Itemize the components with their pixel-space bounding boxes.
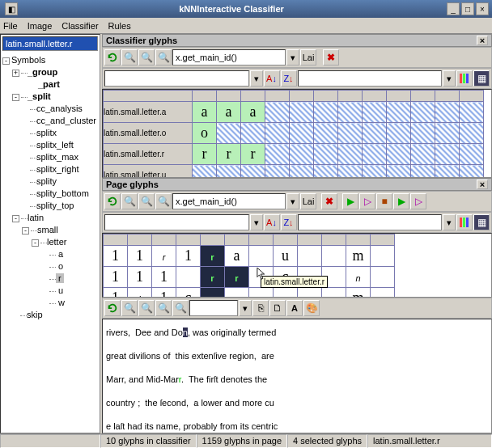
zoom-in-icon[interactable]: 🔍 (121, 300, 138, 316)
stop-icon[interactable]: ■ (376, 193, 392, 209)
close-button[interactable]: × (476, 2, 489, 15)
grid-icon[interactable]: ▦ (473, 70, 490, 87)
close-icon[interactable]: × (477, 180, 488, 189)
expr-dropdown[interactable]: ▾ (286, 49, 299, 66)
play-alt-icon[interactable]: ▷ (359, 193, 375, 209)
docview-toolbar: 🔍 🔍 🔍 🔍 ▾ ⎘ 🗋 A 🎨 (102, 298, 492, 319)
page-toolbar: 🔍 🔍 🔍 x.get_main_id() ▾ Lai ✖ ▶ ▷ ■ ▶ ▷ (102, 191, 492, 212)
minimize-button[interactable]: _ (447, 2, 460, 15)
zoom-fit-icon[interactable]: 🔍 (155, 300, 172, 316)
refresh-icon[interactable] (104, 49, 121, 66)
classifier-toolbar: 🔍 🔍 🔍 x.get_main_id() ▾ Lai ✖ (102, 47, 492, 68)
menu-file[interactable]: File (3, 21, 18, 31)
zoom-in-icon[interactable]: 🔍 (121, 193, 138, 209)
close-icon[interactable]: × (477, 36, 488, 45)
status-page-count: 1159 glyphs in page (197, 434, 287, 448)
status-current-glyph: latin.small.letter.r (367, 434, 492, 448)
document-view[interactable]: rivers, Dee and Don, was originally term… (102, 319, 492, 433)
classifier-toolbar-2: ▾ A↓ Z↓ ▾ ▦ (102, 68, 492, 89)
maximize-button[interactable]: □ (461, 2, 474, 15)
sort-asc-icon[interactable]: A↓ (264, 214, 280, 230)
zoom-fit-icon[interactable]: 🔍 (155, 193, 172, 209)
path-input[interactable]: latin.small.letter.r (2, 36, 98, 51)
classifier-glyph-grid[interactable]: latin.small.letter.aaaalatin.small.lette… (102, 89, 492, 178)
copy-icon[interactable]: ⎘ (252, 300, 269, 316)
menubar: File Image Classifier Rules (0, 18, 492, 34)
zoom-input[interactable] (189, 300, 238, 316)
zoom-fit-icon[interactable]: 🔍 (155, 49, 172, 66)
doc-icon[interactable]: 🗋 (269, 300, 286, 316)
page-panel-header: Page glyphs × (102, 178, 492, 191)
refresh-icon[interactable] (104, 193, 121, 209)
color-icon[interactable]: 🎨 (303, 300, 320, 316)
filter-input-1[interactable] (104, 70, 249, 87)
grid-icon[interactable]: ▦ (473, 214, 490, 230)
lai-button[interactable]: Lai (300, 49, 316, 66)
classifier-panel-header: Classifier glyphs × (102, 34, 492, 47)
zoom-out-icon[interactable]: 🔍 (138, 193, 155, 209)
palette-icon[interactable] (456, 214, 473, 230)
page-glyph-grid[interactable]: 11r1raum111rrcn1!1crm latin.small.letter… (102, 233, 492, 298)
filter-input-2[interactable] (298, 70, 443, 87)
play3-icon[interactable]: ▷ (410, 193, 426, 209)
sysmenu-icon[interactable]: ◧ (5, 2, 18, 15)
sort-desc-icon[interactable]: Z↓ (281, 214, 297, 230)
play2-icon[interactable]: ▶ (393, 193, 409, 209)
page-toolbar-2: ▾ A↓ Z↓ ▾ ▦ (102, 212, 492, 233)
expression-input[interactable]: x.get_main_id() (172, 49, 286, 66)
sort-asc-icon[interactable]: A↓ (264, 70, 280, 87)
symbol-tree-panel: latin.small.letter.r -Symbols +_group _p… (0, 34, 100, 433)
status-classifier-count: 10 glyphs in classifier (100, 434, 197, 448)
menu-rules[interactable]: Rules (108, 21, 131, 31)
zoom-region-icon[interactable]: 🔍 (172, 300, 189, 316)
lai-button[interactable]: Lai (300, 193, 316, 209)
menu-image[interactable]: Image (28, 21, 53, 31)
window-title: kNNInteractive Classifier (18, 4, 445, 14)
menu-classifier[interactable]: Classifier (62, 21, 98, 31)
glyph-tooltip: latin.small.letter.r (261, 276, 328, 288)
statusbar: 10 glyphs in classifier 1159 glyphs in p… (0, 433, 492, 448)
palette-icon[interactable] (456, 70, 473, 87)
text-icon[interactable]: A (286, 300, 303, 316)
symbol-tree[interactable]: -Symbols +_group _part -_split cc_analys… (1, 53, 100, 433)
delete-icon[interactable]: ✖ (323, 49, 339, 66)
delete-icon[interactable]: ✖ (321, 193, 337, 209)
status-selected-count: 4 selected glyphs (287, 434, 367, 448)
zoom-in-icon[interactable]: 🔍 (121, 49, 138, 66)
play-icon[interactable]: ▶ (342, 193, 358, 209)
sort-desc-icon[interactable]: Z↓ (281, 70, 297, 87)
zoom-out-icon[interactable]: 🔍 (138, 300, 155, 316)
refresh-icon[interactable] (104, 300, 121, 316)
zoom-out-icon[interactable]: 🔍 (138, 49, 155, 66)
expression-input[interactable]: x.get_main_id() (172, 193, 286, 209)
